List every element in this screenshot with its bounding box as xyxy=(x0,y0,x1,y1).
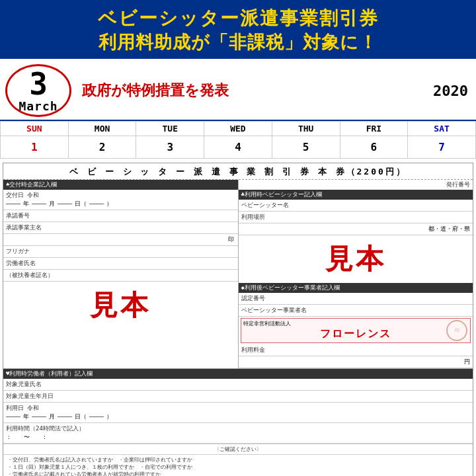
field-company-name: 承認事業主名 xyxy=(3,222,238,234)
florence-box: 特定非営利活動法人 フローレンス 印 xyxy=(241,318,471,343)
coupon-right: 発行番号 ♣利用時ベビーシッター記入欄 ベビーシッター名 利用場所 都・道・府・… xyxy=(239,180,473,368)
note-line-2: ・１日（回）対象児童１人につき、１枚の利用ですか ・自宅での利用ですか xyxy=(7,463,469,471)
field-usage-time: 利用時間（24時間法で記入） ： 〜 ： xyxy=(3,423,473,444)
right-section-header: ♣利用時ベビーシッター記入欄 xyxy=(239,190,473,200)
florence-name: フローレンス xyxy=(243,327,469,341)
field-stamp: 印 xyxy=(3,234,238,246)
date-month: March xyxy=(19,99,58,113)
field-furigana: フリガナ xyxy=(3,246,238,258)
header-title-line2: 利用料助成が「非課税」対象に！ xyxy=(5,30,471,54)
coupon-area: ベ ビ ー シ ッ タ ー 派 遣 事 業 割 引 券 本 券（2200円） ♠… xyxy=(3,163,473,476)
field-usage-date: 利用日 令和 年月日（） xyxy=(3,403,473,423)
date-circle: 3 March xyxy=(5,64,71,117)
after-section-header: ◆利用後ベビーシッター事業者記入欄 xyxy=(239,283,473,293)
coupon-left: ♠交付時企業記入欄 交付日 令和 年月日（） 承認番号 承認事業主名 印 フリガ… xyxy=(3,180,239,368)
field-certified-no: 認定番号 xyxy=(239,293,473,305)
field-prefecture: 都・道・府・県 xyxy=(239,223,473,235)
date-number: 3 xyxy=(29,69,48,99)
cal-header-fri: FRI xyxy=(340,122,408,136)
field-sitter-name: ベビーシッター名 xyxy=(239,200,473,212)
mihon-right: 見本 xyxy=(239,235,473,283)
cal-day-1: 1 xyxy=(1,136,69,159)
calendar-table: SUN MON TUE WED THU FRI SAT 1 2 3 4 5 6 … xyxy=(0,121,476,159)
coupon-bottom: ♥利用時労働者（利用者）記入欄 対象児童氏名 対象児童生年月日 利用日 令和 年… xyxy=(3,368,473,444)
date-year: 2020 xyxy=(433,83,468,99)
cal-header-mon: MON xyxy=(68,122,136,136)
date-section: 3 March 政府が特例措置を発表 2020 xyxy=(0,59,476,121)
cal-day-7: 7 xyxy=(408,136,476,159)
field-usage-fee-yen: 円 xyxy=(239,356,473,368)
date-headline: 政府が特例措置を発表 xyxy=(82,81,426,100)
user-section-header: ♥利用時労働者（利用者）記入欄 xyxy=(3,369,473,379)
header-title-line1: ベビーシッター派遣事業割引券 xyxy=(5,7,471,30)
note-line-1: ・交付日、労働者氏名は記入されていますか ・企業印は押印されていますか xyxy=(7,456,469,463)
cal-header-sat: SAT xyxy=(408,122,476,136)
cal-day-4: 4 xyxy=(204,136,272,159)
cal-header-wed: WED xyxy=(204,122,272,136)
field-dependent-note: （被扶養者証名） xyxy=(3,270,238,282)
field-child-birthdate: 対象児童生年月日 xyxy=(3,391,473,403)
field-usage-place: 利用場所 xyxy=(239,212,473,223)
field-kofu-date: 交付日 令和 年月日（） xyxy=(3,190,238,210)
cal-day-2: 2 xyxy=(68,136,136,159)
cal-day-3: 3 xyxy=(136,136,204,159)
cal-header-sun: SUN xyxy=(1,122,69,136)
field-approval-no: 承認番号 xyxy=(3,210,238,222)
mihon-left: 見本 xyxy=(3,282,238,329)
left-section-header: ♠交付時企業記入欄 xyxy=(3,180,238,190)
coupon-notes-body: ・交付日、労働者氏名は記入されていますか ・企業印は押印されていますか ・１日（… xyxy=(3,454,473,476)
field-sitter-company: ベビーシッター事業者名 xyxy=(239,305,473,317)
field-worker-name: 労働者氏名 xyxy=(3,258,238,270)
note-line-3: ・労働者氏名に記載されている労働者本人が就労時の利用ですか xyxy=(7,471,469,476)
page-header: ベビーシッター派遣事業割引券 利用料助成が「非課税」対象に！ xyxy=(0,0,476,59)
field-child-name: 対象児童氏名 xyxy=(3,379,473,391)
cal-day-5: 5 xyxy=(272,136,340,159)
field-usage-fee-label: 利用料金 xyxy=(239,344,473,356)
coupon-notes-header: 〈ご確認ください〉 xyxy=(3,444,473,454)
coupon-title: ベ ビ ー シ ッ タ ー 派 遣 事 業 割 引 券 本 券（2200円） xyxy=(3,163,473,180)
coupon-body: ♠交付時企業記入欄 交付日 令和 年月日（） 承認番号 承認事業主名 印 フリガ… xyxy=(3,180,473,368)
cal-header-tue: TUE xyxy=(136,122,204,136)
cal-day-6: 6 xyxy=(340,136,408,159)
issue-number-label: 発行番号 xyxy=(239,180,473,190)
florence-org: 特定非営利活動法人 xyxy=(243,320,469,327)
cal-header-thu: THU xyxy=(272,122,340,136)
